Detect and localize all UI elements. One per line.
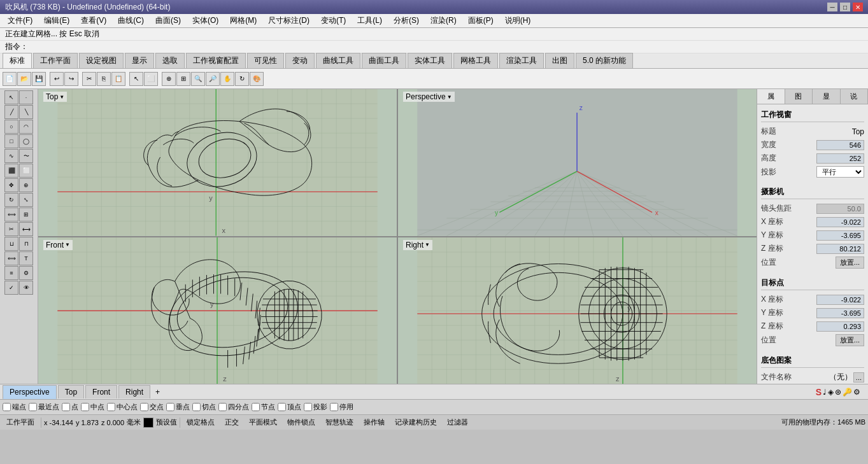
menu-solid[interactable]: 实体(O) [187, 14, 224, 27]
tb-zoom-out[interactable]: 🔎 [206, 72, 220, 86]
tb-paste[interactable]: 📋 [111, 72, 125, 86]
tgt-y-input[interactable] [816, 308, 864, 318]
tb-render[interactable]: 🎨 [250, 72, 264, 86]
cam-pos-btn[interactable]: 放置... [836, 257, 864, 269]
tool-properties[interactable]: ⚙ [19, 266, 33, 280]
vp-tab-right[interactable]: Right [118, 385, 150, 398]
tb-zoom-ext[interactable]: ⊞ [176, 72, 190, 86]
tab-viewport-config[interactable]: 工作视窗配置 [186, 53, 246, 68]
vp-tab-top[interactable]: Top [58, 385, 84, 398]
tab-new-features[interactable]: 5.0 的新功能 [576, 53, 633, 68]
menu-curve[interactable]: 曲线(C) [113, 14, 149, 27]
rp-tab-layers[interactable]: 图 [785, 89, 813, 104]
tool-mirror[interactable]: ⟺ [4, 207, 18, 221]
tab-print[interactable]: 出图 [545, 53, 574, 68]
tool-text[interactable]: T [19, 251, 33, 265]
tool-select[interactable]: ↖ [4, 90, 18, 104]
tool-ellipse[interactable]: ◯ [19, 134, 33, 148]
obj-snap-btn[interactable]: 物件锁点 [283, 416, 319, 428]
ortho-btn[interactable]: 正交 [221, 416, 243, 428]
tool-line[interactable]: ╱ [4, 105, 18, 119]
tool-copy-tool[interactable]: ⊕ [19, 178, 33, 192]
tool-layer[interactable]: ≡ [4, 266, 18, 280]
tool-rect[interactable]: □ [4, 134, 18, 148]
menu-edit[interactable]: 编辑(E) [39, 14, 75, 27]
viewport-right[interactable]: z y [398, 237, 757, 384]
cam-x-input[interactable] [816, 217, 864, 227]
viewport-perspective-label[interactable]: Perspective [403, 92, 455, 102]
snap-intersection-check[interactable] [140, 403, 148, 411]
ww-projection-select[interactable]: 平行 透视 两点透视 [816, 166, 864, 178]
workspace-label[interactable]: 工作平面 [3, 416, 38, 428]
menu-view[interactable]: 查看(V) [76, 14, 111, 27]
tool-point[interactable]: · [19, 90, 33, 104]
tgt-z-input[interactable] [816, 321, 864, 332]
viewport-front[interactable]: z y [38, 237, 397, 384]
vp-tab-add[interactable]: + [152, 386, 164, 398]
menu-dimension[interactable]: 尺寸标注(D) [263, 14, 315, 27]
tb-undo[interactable]: ↩ [50, 72, 64, 86]
tab-select[interactable]: 选取 [155, 53, 185, 68]
ww-width-input[interactable] [816, 140, 864, 150]
viewport-right-label[interactable]: Right [403, 240, 432, 250]
tool-explode[interactable]: ⊓ [19, 237, 33, 251]
tb-cut[interactable]: ✂ [82, 72, 96, 86]
tgt-x-input[interactable] [816, 295, 864, 305]
tb-select[interactable]: ↖ [129, 72, 143, 86]
viewport-perspective[interactable]: x y z [398, 89, 757, 236]
snap-perp-check[interactable] [166, 403, 174, 411]
tool-rotate-tool[interactable]: ↻ [4, 193, 18, 207]
snap-vertex-check[interactable] [278, 403, 286, 411]
tool-check[interactable]: ✓ [4, 281, 18, 295]
tab-render-tools[interactable]: 渲染工具 [499, 53, 544, 68]
tab-solid-tools[interactable]: 实体工具 [408, 53, 452, 68]
tb-pan[interactable]: ✋ [220, 72, 234, 86]
tab-surface-tools[interactable]: 曲面工具 [362, 53, 406, 68]
tool-surface[interactable]: ⬛ [4, 164, 18, 178]
tool-dimension[interactable]: ⟺ [4, 251, 18, 265]
viewport-top-label[interactable]: Top [43, 92, 67, 102]
cam-z-input[interactable] [816, 244, 864, 254]
menu-help[interactable]: 说明(H) [500, 14, 536, 27]
menu-panel[interactable]: 面板(P) [463, 14, 499, 27]
tab-setview[interactable]: 设定视图 [79, 53, 124, 68]
tool-circle[interactable]: ○ [4, 120, 18, 134]
op-axis-btn[interactable]: 操作轴 [360, 416, 388, 428]
lock-grid-btn[interactable]: 锁定格点 [183, 416, 218, 428]
planar-btn[interactable]: 平面模式 [245, 416, 281, 428]
ww-height-input[interactable] [816, 153, 864, 164]
minimize-button[interactable]: ─ [827, 3, 837, 11]
menu-mesh[interactable]: 网格(M) [225, 14, 262, 27]
menu-surface[interactable]: 曲面(S) [150, 14, 186, 27]
record-history-btn[interactable]: 记录建构历史 [391, 416, 441, 428]
command-input[interactable] [31, 43, 863, 52]
snap-disable-check[interactable] [330, 403, 338, 411]
snap-knot-check[interactable] [252, 403, 260, 411]
tool-curve[interactable]: ∿ [4, 149, 18, 163]
tb-rotate[interactable]: ↻ [235, 72, 249, 86]
cam-y-input[interactable] [816, 230, 864, 241]
snap-nearest-check[interactable] [29, 403, 37, 411]
menu-render[interactable]: 渲染(R) [425, 14, 462, 27]
snap-quad-check[interactable] [218, 403, 227, 411]
vp-tab-perspective[interactable]: Perspective [3, 385, 57, 399]
tab-workplane[interactable]: 工作平面 [33, 53, 78, 68]
rp-tab-display2[interactable]: 显 [813, 89, 841, 104]
viewport-top[interactable]: x y [38, 89, 397, 236]
menu-tools[interactable]: 工具(L) [352, 14, 387, 27]
snap-endpoint-check[interactable] [3, 403, 11, 411]
snap-project-check[interactable] [304, 403, 312, 411]
tb-open[interactable]: 📂 [17, 72, 31, 86]
tb-new[interactable]: 📄 [3, 72, 17, 86]
tgt-pos-btn[interactable]: 放置... [836, 334, 864, 346]
close-button[interactable]: ✕ [853, 3, 863, 11]
tb-zoom-in[interactable]: 🔍 [191, 72, 205, 86]
tb-window-select[interactable]: ⬜ [144, 72, 158, 86]
bg-filename-btn[interactable]: ... [853, 372, 864, 383]
tb-redo[interactable]: ↪ [64, 72, 78, 86]
tab-standard[interactable]: 标准 [3, 53, 32, 68]
snap-midpoint-check[interactable] [81, 403, 89, 411]
viewport-front-label[interactable]: Front [43, 240, 73, 250]
tool-hide[interactable]: 👁 [19, 281, 33, 295]
menu-file[interactable]: 文件(F) [3, 14, 38, 27]
